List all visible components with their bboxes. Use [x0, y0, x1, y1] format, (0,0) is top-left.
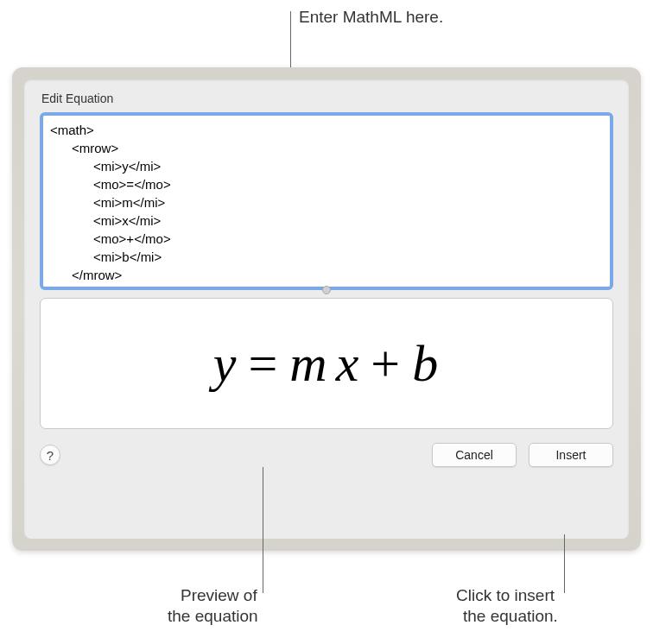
help-button[interactable]: ? — [40, 445, 60, 465]
callout-insert-line1: Click to insert — [456, 585, 555, 607]
button-group: Cancel Insert — [432, 443, 613, 467]
dialog-frame-outer: Edit Equation y = m x + b ? Cancel Inser… — [12, 67, 641, 551]
callout-preview-line1: Preview of — [181, 585, 257, 607]
insert-button[interactable]: Insert — [529, 443, 613, 467]
preview-b: b — [412, 334, 440, 394]
callout-enter-mathml: Enter MathML here. — [299, 7, 443, 28]
dialog-title: Edit Equation — [40, 92, 613, 105]
preview-y: y — [213, 334, 238, 394]
resize-handle[interactable] — [322, 286, 331, 294]
equation-preview: y = m x + b — [40, 298, 613, 429]
preview-plus: + — [371, 334, 402, 394]
callout-line-bottom-right — [564, 534, 565, 593]
callout-insert-line2: the equation. — [463, 606, 558, 628]
callout-preview-line2: the equation — [168, 606, 258, 628]
preview-m: m — [289, 334, 328, 394]
preview-eq: = — [248, 334, 279, 394]
callout-line-bottom-left — [263, 467, 263, 593]
preview-x: x — [336, 334, 361, 394]
button-row: ? Cancel Insert — [40, 443, 613, 467]
dialog-frame-inner: Edit Equation y = m x + b ? Cancel Inser… — [24, 79, 629, 539]
mathml-input[interactable] — [40, 112, 613, 290]
cancel-button[interactable]: Cancel — [432, 443, 517, 467]
